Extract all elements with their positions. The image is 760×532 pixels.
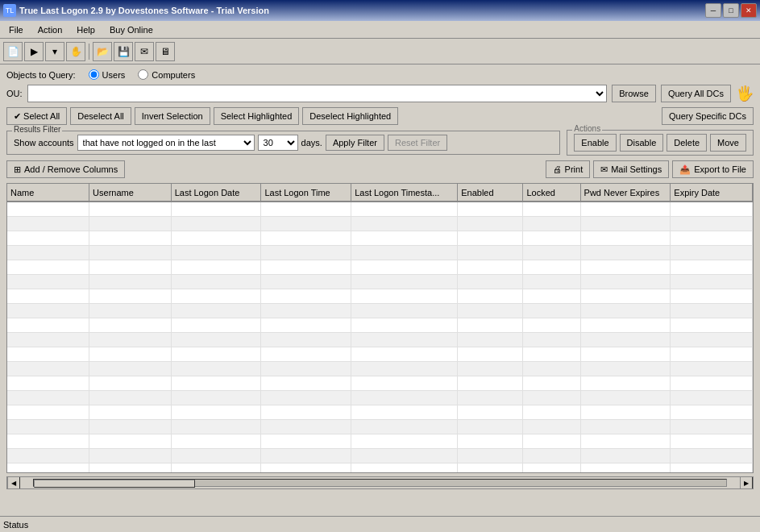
browse-button[interactable]: Browse [612,85,656,102]
horizontal-scrollbar[interactable]: ◀ ▶ [6,476,754,489]
columns-icon: ⊞ [14,164,21,175]
export-icon: 📤 [679,164,691,175]
computers-radio-label[interactable]: Computers [138,69,195,80]
days-dropdown[interactable]: 30 7 14 60 90 [258,135,298,151]
disable-button[interactable]: Disable [620,134,664,152]
col-expiry-date[interactable]: Expiry Date [671,184,753,202]
reset-filter-button[interactable]: Reset Filter [388,135,447,151]
stop-button[interactable]: ✋ [66,42,85,61]
minimize-button[interactable]: ─ [705,3,721,18]
deselect-highlighted-button[interactable]: Deselect Highlighted [302,107,398,125]
table-row[interactable] [7,347,753,361]
menu-help[interactable]: Help [69,23,102,37]
table-row[interactable] [7,318,753,332]
table-row[interactable] [7,231,753,245]
actions-panel: Actions Enable Disable Delete Move [567,130,754,156]
dropdown-button[interactable]: ▾ [45,42,64,61]
window-title: True Last Logon 2.9 by Dovestones Softwa… [19,6,269,15]
hand-icon: 🖐 [736,85,754,102]
col-username[interactable]: Username [89,184,172,202]
move-button[interactable]: Move [710,134,746,152]
table-row[interactable] [7,332,753,347]
users-radio[interactable] [89,69,99,80]
table-header-row: Name Username Last Logon Date Last Logon… [7,184,753,202]
main-content: Objects to Query: Users Computers OU: Br… [0,64,760,494]
col-last-logon-date[interactable]: Last Logon Date [171,184,261,202]
toolbar: 📄 ▶ ▾ ✋ 📂 💾 ✉ 🖥 [0,39,760,64]
toolbar2-left: ⊞ Add / Remove Columns [6,160,125,178]
table-row[interactable] [7,274,753,289]
ou-row: OU: Browse Query All DCs 🖐 [6,85,754,102]
toolbar2: ⊞ Add / Remove Columns 🖨 Print ✉ Mail Se… [6,160,754,178]
save-button[interactable]: 💾 [114,42,133,61]
filter-panel: Results Filter Show accounts that have n… [6,131,560,155]
table-row[interactable] [7,260,753,274]
table-row[interactable] [7,419,753,434]
col-last-logon-timestamp[interactable]: Last Logon Timesta... [351,184,458,202]
ou-label: OU: [6,89,23,98]
print-button[interactable]: 🖨 Print [546,160,591,178]
delete-button[interactable]: Delete [667,134,707,152]
filter-panel-label: Results Filter [12,125,62,134]
maximize-button[interactable]: □ [723,3,739,18]
table-row[interactable] [7,376,753,390]
toolbar2-right: 🖨 Print ✉ Mail Settings 📤 Export to File [546,160,754,178]
apply-filter-button[interactable]: Apply Filter [326,135,384,151]
table-row[interactable] [7,390,753,405]
col-last-logon-time[interactable]: Last Logon Time [261,184,351,202]
table-row[interactable] [7,303,753,318]
open-button[interactable]: 📂 [93,42,112,61]
query-specific-dcs-button[interactable]: Query Specific DCs [662,107,754,125]
scroll-left-arrow[interactable]: ◀ [7,476,20,489]
show-accounts-label: Show accounts [14,138,74,148]
menu-file[interactable]: File [2,23,31,37]
select-all-button[interactable]: ✔ Select All [6,107,67,125]
filter-dropdown[interactable]: that have not logged on in the last that… [77,135,255,151]
new-button[interactable]: 📄 [3,42,23,61]
export-to-file-button[interactable]: 📤 Export to File [672,160,754,178]
col-name[interactable]: Name [7,184,89,202]
scroll-right-arrow[interactable]: ▶ [740,476,753,489]
query-all-dcs-button[interactable]: Query All DCs [661,85,731,102]
select-row: ✔ Select All Deselect All Invert Selecti… [6,107,754,125]
table-row[interactable] [7,202,753,216]
table-row[interactable] [7,405,753,419]
select-highlighted-button[interactable]: Select Highlighted [214,107,300,125]
table-row[interactable] [7,216,753,231]
run-button[interactable]: ▶ [24,42,44,61]
table-row[interactable] [7,448,753,463]
monitor-button[interactable]: 🖥 [156,42,175,61]
mail-icon: ✉ [600,164,608,175]
status-bar: Status [0,516,760,532]
table-row[interactable] [7,245,753,260]
menu-action[interactable]: Action [31,23,70,37]
table-container: Name Username Last Logon Date Last Logon… [6,183,754,473]
mail-settings-button[interactable]: ✉ Mail Settings [593,160,669,178]
users-label: Users [102,70,126,80]
col-enabled[interactable]: Enabled [458,184,523,202]
scrollbar-thumb[interactable] [34,480,195,488]
table-row[interactable] [7,361,753,376]
close-button[interactable]: ✕ [741,3,757,18]
table-row[interactable] [7,463,753,473]
days-label: days. [301,138,322,148]
scrollbar-track[interactable] [33,479,727,487]
add-remove-columns-button[interactable]: ⊞ Add / Remove Columns [6,160,125,178]
enable-button[interactable]: Enable [574,134,616,152]
email-button[interactable]: ✉ [135,42,154,61]
status-text: Status [3,520,28,530]
invert-selection-button[interactable]: Invert Selection [135,107,210,125]
actions-panel-label: Actions [572,124,602,133]
users-radio-label[interactable]: Users [89,69,126,80]
computers-radio[interactable] [138,69,148,80]
table-row[interactable] [7,289,753,303]
col-pwd-never-expires[interactable]: Pwd Never Expires [580,184,671,202]
app-icon: TL [3,4,16,17]
objects-row: Objects to Query: Users Computers [6,69,754,80]
title-bar: TL True Last Logon 2.9 by Dovestones Sof… [0,0,760,21]
menu-buy-online[interactable]: Buy Online [102,23,160,37]
table-row[interactable] [7,434,753,448]
col-locked[interactable]: Locked [523,184,580,202]
ou-input[interactable] [27,85,608,102]
deselect-all-button[interactable]: Deselect All [70,107,131,125]
